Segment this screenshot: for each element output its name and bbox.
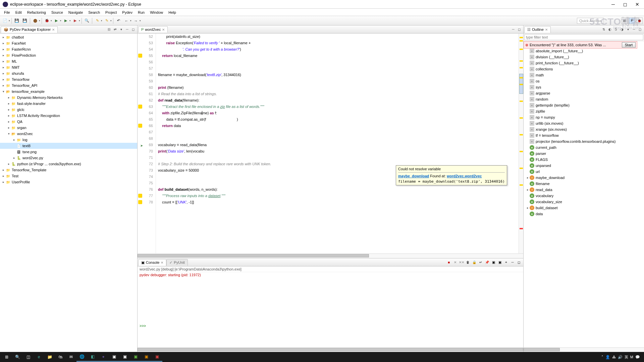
code-line[interactable]: filename = maybe_download('text8.zip', 3… bbox=[156, 72, 519, 78]
tree-toggle-icon[interactable]: ▸ bbox=[7, 162, 11, 166]
maximize-console-icon[interactable]: ◻ bbox=[516, 259, 522, 265]
warning-icon[interactable] bbox=[138, 200, 142, 204]
tree-toggle-icon[interactable]: ▸ bbox=[1, 60, 5, 63]
package-explorer-tab[interactable]: 📦 PyDev Package Explorer ✕ bbox=[1, 26, 58, 33]
console-tab[interactable]: ▣ Console ✕ bbox=[138, 259, 166, 266]
code-line[interactable]: '. Can you get to it with a browser?') bbox=[156, 46, 519, 53]
code-line[interactable]: return local_filename bbox=[156, 53, 519, 59]
search-task-icon[interactable]: 🔍 bbox=[12, 352, 23, 362]
save-icon[interactable]: 💾 bbox=[13, 17, 20, 24]
code-line[interactable]: def read_data(filename): bbox=[156, 97, 519, 104]
external-tools-icon[interactable]: ▶ bbox=[71, 17, 79, 24]
code-line[interactable] bbox=[156, 78, 519, 84]
menu-search[interactable]: Search bbox=[86, 10, 103, 15]
outline-item[interactable]: ▸fbuild_dataset bbox=[524, 205, 644, 211]
code-line[interactable] bbox=[156, 59, 519, 65]
prev-edit-icon[interactable]: ✎ bbox=[94, 17, 101, 24]
outline-item[interactable]: ▪xrange (six.moves) bbox=[524, 126, 644, 132]
overview-ruler[interactable] bbox=[519, 34, 523, 253]
last-edit-icon[interactable]: ↶ bbox=[115, 17, 122, 24]
back-icon[interactable]: ← bbox=[123, 17, 130, 24]
tree-toggle-icon[interactable]: ▸ bbox=[1, 180, 5, 184]
menu-file[interactable]: File bbox=[1, 10, 13, 15]
tree-item[interactable]: ▸📁Test bbox=[0, 173, 137, 179]
menu-edit[interactable]: Edit bbox=[13, 10, 24, 15]
pin-console-icon[interactable]: 📌 bbox=[484, 259, 490, 265]
menu-help[interactable]: Help bbox=[166, 10, 179, 15]
code-line[interactable]: def build_dataset(words, n_words): bbox=[156, 186, 519, 193]
tree-item[interactable]: ▸📁ML bbox=[0, 58, 137, 64]
outline-item[interactable]: ●current_path bbox=[524, 144, 644, 150]
tray-people-icon[interactable]: 👤 bbox=[605, 355, 610, 359]
code-editor[interactable]: 5253545556575859606162636465666768➤69707… bbox=[138, 34, 523, 253]
warning-icon[interactable] bbox=[138, 124, 142, 128]
tree-toggle-icon[interactable]: ▸ bbox=[7, 126, 11, 129]
tree-toggle-icon[interactable]: ▸ bbox=[7, 96, 11, 99]
store-icon[interactable]: 🛍 bbox=[55, 352, 66, 362]
outline-item[interactable]: ●filename bbox=[524, 181, 644, 187]
outline-item[interactable]: ▪sys bbox=[524, 84, 644, 90]
save-all-icon[interactable]: 💾 bbox=[21, 17, 29, 24]
code-line[interactable]: count = [['UNK', -1]] bbox=[156, 199, 519, 205]
display-console-icon[interactable]: ▣ bbox=[490, 259, 496, 265]
tree-item[interactable]: ▸📁glclc bbox=[0, 107, 137, 113]
forward-icon[interactable]: → bbox=[132, 17, 140, 24]
outline-item[interactable]: ●vocabulary bbox=[524, 193, 644, 199]
tree-toggle-icon[interactable]: ▸ bbox=[1, 48, 5, 51]
tree-toggle-icon[interactable]: ▸ bbox=[7, 114, 11, 117]
code-line[interactable]: vocabulary = read_data(filena bbox=[156, 142, 519, 148]
code-line[interactable]: return data bbox=[156, 123, 519, 129]
tree-toggle-icon[interactable]: ▸ bbox=[1, 36, 5, 39]
tree-toggle-icon[interactable]: ▸ bbox=[12, 138, 16, 141]
menu-navigate[interactable]: Navigate bbox=[66, 10, 86, 15]
outline-toggle-icon[interactable]: ▸ bbox=[526, 206, 530, 209]
outline-item[interactable]: ▪np = numpy bbox=[524, 114, 644, 120]
tree-toggle-icon[interactable]: ▸ bbox=[1, 72, 5, 75]
open-perspective-icon[interactable]: ⊞ bbox=[621, 17, 628, 24]
clear-console-icon[interactable]: 🗑 bbox=[465, 259, 471, 265]
tooltip-link-maybe-download[interactable]: maybe_download bbox=[398, 174, 429, 178]
view-menu-icon[interactable]: ▾ bbox=[118, 27, 124, 32]
tree-toggle-icon[interactable]: ▸ bbox=[7, 120, 11, 123]
tree-item[interactable]: ▸📁QA bbox=[0, 119, 137, 125]
new-icon[interactable]: 📄 bbox=[1, 17, 9, 24]
debug-icon[interactable]: 🐞 bbox=[43, 17, 51, 24]
outline-item[interactable]: ▪urllib (six.moves) bbox=[524, 120, 644, 126]
app7-icon[interactable]: ▣ bbox=[141, 352, 152, 362]
eclipse-task-icon[interactable]: ● bbox=[98, 352, 109, 362]
vscode-icon[interactable]: ◧ bbox=[87, 352, 98, 362]
chrome-icon[interactable]: 🌐 bbox=[76, 352, 87, 362]
editor-tab-word2vec[interactable]: P word2vec ✕ bbox=[138, 26, 168, 33]
tree-toggle-icon[interactable]: ▸ bbox=[1, 78, 5, 81]
tree-item[interactable]: ▸📁Tensorflow_Template bbox=[0, 167, 137, 173]
code-line[interactable]: """Extract the first file enclosed in a … bbox=[156, 104, 519, 110]
word-wrap-icon[interactable]: ↵ bbox=[478, 259, 484, 265]
outline-item[interactable]: ▪math bbox=[524, 72, 644, 78]
next-edit-icon[interactable]: ✎ bbox=[103, 17, 110, 24]
tree-item[interactable]: ▸📁LSTM Activity Recognition bbox=[0, 113, 137, 119]
console-hscroll[interactable] bbox=[138, 347, 523, 352]
tree-toggle-icon[interactable]: ▸ bbox=[7, 108, 11, 111]
edge-icon[interactable]: e bbox=[34, 352, 44, 362]
search-icon[interactable]: 🔍 bbox=[83, 17, 91, 24]
editor-hscroll[interactable] bbox=[138, 253, 523, 258]
close-editor-tab-icon[interactable]: ✕ bbox=[162, 28, 165, 32]
hide-static-icon[interactable]: S bbox=[613, 27, 619, 32]
code-line[interactable]: with zipfile.ZipFile(filename) as f: bbox=[156, 110, 519, 116]
new-console-icon[interactable]: + bbox=[503, 259, 509, 265]
tray-volume-icon[interactable]: 🔊 bbox=[618, 355, 623, 359]
tree-toggle-icon[interactable]: ▸ bbox=[1, 42, 5, 45]
hide-fields-icon[interactable]: ◐ bbox=[607, 27, 612, 32]
tree-toggle-icon[interactable]: ▸ bbox=[1, 168, 5, 172]
tree-item[interactable]: 📄text8 bbox=[0, 143, 137, 149]
tree-toggle-icon[interactable]: ▸ bbox=[1, 66, 5, 69]
outline-item[interactable]: ▸fread_data bbox=[524, 187, 644, 193]
tray-up-icon[interactable]: ˄ bbox=[601, 355, 603, 359]
terminate-icon[interactable]: ■ bbox=[446, 259, 452, 265]
run-icon[interactable]: ▶ bbox=[53, 17, 60, 24]
app6-icon[interactable]: ▣ bbox=[130, 352, 141, 362]
tree-item[interactable]: ▸📁shurufa bbox=[0, 70, 137, 76]
tree-item[interactable]: ▸📁log bbox=[0, 137, 137, 143]
code-line[interactable]: print (filename) bbox=[156, 84, 519, 91]
outline-hscroll[interactable] bbox=[524, 347, 644, 352]
